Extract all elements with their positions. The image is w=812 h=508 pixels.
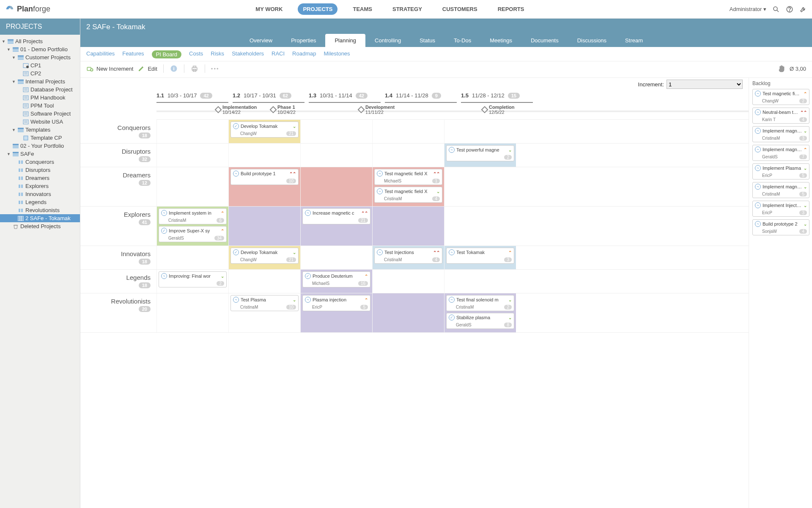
- tree-item[interactable]: Explorers: [0, 182, 80, 190]
- lane-cell[interactable]: [156, 167, 228, 206]
- tree-item[interactable]: Disruptors: [0, 166, 80, 174]
- tree-item[interactable]: Revolutionists: [0, 206, 80, 214]
- lane-cell[interactable]: [444, 207, 516, 246]
- lane-cell[interactable]: ~Test Plasma⌄CristinaM10: [228, 293, 300, 332]
- tree-item[interactable]: ▼Templates: [0, 126, 80, 134]
- board-card[interactable]: ~Implement magnetic⌃GeraldS7: [752, 145, 809, 161]
- lane-cell[interactable]: [156, 246, 228, 269]
- board-card[interactable]: ~Test powerful magne⌄2: [446, 145, 514, 161]
- tab-documents[interactable]: Documents: [521, 34, 568, 47]
- tree-item[interactable]: 2 SAFe - Tokamak: [0, 214, 80, 222]
- topnav-strategy[interactable]: STRATEGY: [387, 3, 427, 15]
- tab-planning[interactable]: Planning: [325, 34, 365, 47]
- subtab-raci[interactable]: RACI: [272, 50, 285, 58]
- board-card[interactable]: ~Test Injections⌃⌃CristinaM4: [374, 248, 442, 264]
- milestone[interactable]: Implementation10/14/22: [216, 105, 257, 115]
- lane-cell[interactable]: [300, 167, 372, 206]
- subtab-pi-board[interactable]: PI Board: [152, 50, 182, 58]
- lane-cell[interactable]: ~Build prototype 1⌃⌃10: [228, 167, 300, 206]
- topnav-my-work[interactable]: MY WORK: [250, 3, 288, 15]
- tree-item[interactable]: Deleted Projects: [0, 222, 80, 230]
- tree-item[interactable]: ▼All Projects: [0, 37, 80, 45]
- lane-cell[interactable]: [372, 293, 444, 332]
- board-card[interactable]: ~Test Plasma⌄CristinaM10: [230, 295, 299, 311]
- milestone[interactable]: Completion12/5/22: [482, 105, 515, 115]
- help-icon[interactable]: [786, 6, 793, 13]
- topnav-reports[interactable]: REPORTS: [493, 3, 529, 15]
- lane-cell[interactable]: [156, 144, 228, 167]
- lane-cell[interactable]: [372, 270, 444, 293]
- lane-cell[interactable]: ✓Produce Deuterium⌃MichaelS16: [300, 270, 372, 293]
- tree-item[interactable]: Dreamers: [0, 174, 80, 182]
- lane-cell[interactable]: [228, 144, 300, 167]
- board-card[interactable]: ✓Improve Super-X sy⌃GeraldS34: [159, 226, 227, 242]
- board-card[interactable]: ~Implement Plasma⌄EricP5: [752, 163, 809, 179]
- subtab-stakeholders[interactable]: Stakeholders: [232, 50, 264, 58]
- tree-item[interactable]: Template CP: [0, 134, 80, 142]
- board-card[interactable]: ✓Produce Deuterium⌃MichaelS16: [302, 271, 370, 287]
- info-icon[interactable]: i: [170, 64, 178, 73]
- board-card[interactable]: ~Neutral-beam testing⌃⌃Karin T4: [752, 108, 809, 124]
- board-card[interactable]: ~Test final solenoid m⌄CristinaM2: [446, 295, 514, 311]
- tree-item[interactable]: Conquerors: [0, 158, 80, 166]
- topnav-customers[interactable]: CUSTOMERS: [437, 3, 483, 15]
- board-card[interactable]: ~Implement system in⌃CristinaM6: [159, 208, 227, 224]
- board-card[interactable]: ~Build prototype 2⌄SonjaW4: [752, 219, 809, 235]
- tree-item[interactable]: ▼Internal Projects: [0, 77, 80, 86]
- lane-cell[interactable]: ~Test magnetic field X⌃⌃MichaelS1~Test m…: [372, 167, 444, 206]
- subtab-features[interactable]: Features: [122, 50, 144, 58]
- subtab-costs[interactable]: Costs: [189, 50, 203, 58]
- milestone[interactable]: Development11/11/22: [359, 105, 395, 115]
- board-card[interactable]: ~Implement magnetic⌄CristinaM3: [752, 126, 809, 142]
- board-card[interactable]: ~Improving: Final wor⌄2: [159, 271, 227, 287]
- tools-icon[interactable]: [799, 6, 807, 13]
- tree-item[interactable]: CP1: [0, 61, 80, 69]
- tab-meetings[interactable]: Meetings: [480, 34, 521, 47]
- lane-cell[interactable]: [444, 120, 516, 143]
- tab-overview[interactable]: Overview: [240, 34, 282, 47]
- lane-cell[interactable]: ~Test Injections⌃⌃CristinaM4: [372, 246, 444, 269]
- lane-cell[interactable]: ~Implement system in⌃CristinaM6✓Improve …: [156, 207, 228, 246]
- tree-item[interactable]: Software Project: [0, 110, 80, 118]
- lane-cell[interactable]: [372, 144, 444, 167]
- tree-item[interactable]: Legends: [0, 198, 80, 206]
- tab-stream[interactable]: Stream: [616, 34, 652, 47]
- topnav-teams[interactable]: TEAMS: [348, 3, 377, 15]
- tab-to-dos[interactable]: To-Dos: [444, 34, 480, 47]
- tree-item[interactable]: CP2: [0, 69, 80, 77]
- lane-cell[interactable]: ~Increase magnetic c⌃⌃21: [300, 207, 372, 246]
- topnav-projects[interactable]: PROJECTS: [298, 3, 337, 15]
- lane-cell[interactable]: [372, 120, 444, 143]
- subtab-roadmap[interactable]: Roadmap: [292, 50, 316, 58]
- tab-properties[interactable]: Properties: [282, 34, 325, 47]
- board-card[interactable]: ~Increase magnetic c⌃⌃21: [302, 208, 370, 224]
- tree-item[interactable]: 02 - Your Portfolio: [0, 142, 80, 150]
- tab-controlling[interactable]: Controlling: [365, 34, 410, 47]
- board-card[interactable]: ~Test magnetic field X⌃⌃MichaelS1: [374, 169, 442, 185]
- lane-cell[interactable]: [228, 207, 300, 246]
- more-icon[interactable]: •••: [211, 66, 219, 72]
- tree-item[interactable]: ▼Customer Projects: [0, 53, 80, 61]
- lane-cell[interactable]: [300, 246, 372, 269]
- tree-item[interactable]: Database Project: [0, 86, 80, 94]
- lane-cell[interactable]: ✓Develop Tokamak⌄ChangW21: [228, 120, 300, 143]
- tab-discussions[interactable]: Discussions: [568, 34, 616, 47]
- lane-cell[interactable]: ~Test final solenoid m⌄CristinaM2✓Stabil…: [444, 293, 516, 332]
- lane-cell[interactable]: [228, 270, 300, 293]
- print-icon[interactable]: [190, 64, 199, 73]
- edit-button[interactable]: Edit: [137, 65, 157, 72]
- milestone[interactable]: Phase 110/24/22: [271, 105, 296, 115]
- board-card[interactable]: ~Test magnetic field X⌄CristinaM4: [374, 187, 442, 203]
- search-icon[interactable]: [772, 6, 780, 13]
- tree-item[interactable]: ▼SAFe: [0, 150, 80, 158]
- lane-cell[interactable]: ~Test powerful magne⌄2: [444, 144, 516, 167]
- lane-cell[interactable]: [300, 144, 372, 167]
- tree-item[interactable]: PM Handbook: [0, 94, 80, 102]
- lane-cell[interactable]: [372, 207, 444, 246]
- tree-item[interactable]: Innovators: [0, 190, 80, 198]
- board-card[interactable]: ✓Stabilize plasma⌄GeraldS8: [446, 313, 514, 329]
- tree-item[interactable]: Website USA: [0, 118, 80, 126]
- tree-item[interactable]: PPM Tool: [0, 102, 80, 110]
- tab-status[interactable]: Status: [410, 34, 444, 47]
- board-card[interactable]: ~Test Tokamak⌃3: [446, 248, 514, 264]
